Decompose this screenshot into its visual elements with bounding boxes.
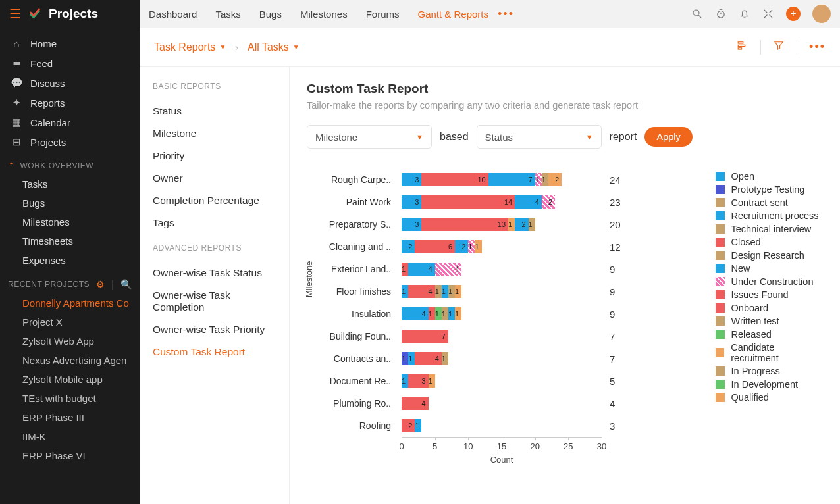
filter-icon[interactable] [773,39,785,55]
bar-segment[interactable]: 1 [448,307,455,320]
report-type-owner-wise-task-status[interactable]: Owner-wise Task Status [153,262,276,284]
bar[interactable]: 31442 [402,195,602,209]
report-type-milestone[interactable]: Milestone [153,122,276,145]
bar-segment[interactable]: 2 [402,419,415,432]
bar-segment[interactable]: 2 [542,195,555,209]
report-type-owner[interactable]: Owner [153,167,276,189]
sidebar-item-projects[interactable]: ⊟Projects [0,132,140,152]
sidebar-item-reports[interactable]: ✦Reports [0,93,140,113]
user-avatar[interactable] [812,5,831,23]
legend-item[interactable]: Released [716,328,823,341]
more-icon[interactable]: ••• [809,40,826,54]
bar-segment[interactable]: 1 [448,285,455,298]
legend-item[interactable]: Onboard [716,301,823,315]
criteria-2-select[interactable]: Status ▼ [477,125,602,149]
search-recent-icon[interactable]: 🔍 [120,279,132,290]
bar[interactable]: 313121 [402,218,602,231]
bar-segment[interactable]: 7 [402,330,448,343]
report-type-status[interactable]: Status [153,100,276,122]
top-tab-dashboard[interactable]: Dashboard [149,9,197,20]
top-tab-bugs[interactable]: Bugs [259,9,282,20]
bar-segment[interactable]: 1 [429,374,435,388]
bar-segment[interactable]: 3 [402,218,421,231]
recent-project-item[interactable]: Nexus Advertising Agen [0,351,140,370]
legend-item[interactable]: In Progress [716,365,823,378]
breadcrumb-task-reports[interactable]: Task Reports ▼ [154,41,226,53]
bar-segment[interactable]: 1 [402,263,408,276]
bar-segment[interactable]: 1 [442,285,448,298]
legend-item[interactable]: Recruitment process [716,209,823,222]
bar-segment[interactable]: 1 [468,240,475,253]
bar-segment[interactable]: 1 [529,218,535,231]
bar-chart-icon[interactable] [737,39,748,55]
bar-segment[interactable]: 4 [408,285,435,298]
hamburger-icon[interactable]: ☰ [9,6,21,22]
recent-project-item[interactable]: TEst with budget [0,389,140,408]
bar-segment[interactable]: 4 [402,307,429,320]
bar-segment[interactable]: 1 [402,285,408,298]
legend-item[interactable]: Contract sent [716,196,823,209]
bar-segment[interactable]: 1 [429,307,435,320]
breadcrumb-all-tasks[interactable]: All Tasks ▼ [248,41,300,53]
sidebar-item-tasks[interactable]: Tasks [0,174,140,193]
legend-item[interactable]: Written test [716,315,823,328]
bar-segment[interactable]: 1 [408,352,415,365]
bar[interactable]: 411111 [402,307,602,320]
legend-item[interactable]: Closed [716,236,823,249]
timer-icon[interactable] [715,8,727,20]
bar-segment[interactable]: 1 [435,307,442,320]
sidebar-item-expenses[interactable]: Expenses [0,251,140,270]
top-nav-more[interactable]: ••• [498,7,514,21]
bar-segment[interactable]: 1 [442,352,448,365]
bar-segment[interactable]: 1 [402,374,408,388]
recent-project-item[interactable]: Zylsoft Web App [0,332,140,351]
top-tab-gantt-reports[interactable]: Gantt & Reports [417,9,488,20]
bar-segment[interactable]: 1 [402,352,408,365]
sidebar-item-timesheets[interactable]: Timesheets [0,232,140,251]
bar-segment[interactable]: 1 [508,218,515,231]
bar[interactable]: 3107112 [402,173,602,186]
legend-item[interactable]: Prototype Testing [716,183,823,196]
recent-project-item[interactable]: Donnelly Apartments Co [0,293,140,313]
bar[interactable]: 141111 [402,285,602,298]
bar-segment[interactable]: 13 [421,218,508,231]
bar-segment[interactable]: 1 [535,173,542,186]
sidebar-item-bugs[interactable]: Bugs [0,193,140,213]
criteria-1-select[interactable]: Milestone ▼ [307,125,432,149]
legend-item[interactable]: Candidate recruitment [716,341,823,365]
bar-segment[interactable]: 1 [542,173,548,186]
bar-segment[interactable]: 2 [515,218,528,231]
bar-segment[interactable]: 14 [421,195,515,209]
bar-segment[interactable]: 6 [415,240,455,253]
recent-project-item[interactable]: IIM-K [0,427,140,446]
legend-item[interactable]: Qualified [716,391,823,404]
sidebar-item-discuss[interactable]: 💬Discuss [0,73,140,93]
tools-icon[interactable] [762,8,774,20]
legend-item[interactable]: Open [716,170,823,183]
recent-project-item[interactable]: Project X [0,313,140,332]
bar-segment[interactable]: 1 [415,419,421,432]
report-type-owner-wise-task-priority[interactable]: Owner-wise Task Priority [153,318,276,341]
bar-segment[interactable]: 2 [402,240,415,253]
bar-segment[interactable]: 3 [402,173,421,186]
search-icon[interactable] [691,8,703,20]
bar-segment[interactable]: 4 [515,195,542,209]
report-type-completion-percentage[interactable]: Completion Percentage [153,189,276,212]
legend-item[interactable]: Issues Found [716,288,823,301]
legend-item[interactable]: Design Research [716,249,823,262]
bell-icon[interactable] [739,8,750,20]
bar-segment[interactable]: 2 [548,173,562,186]
recent-project-item[interactable]: Zylsoft Mobile app [0,370,140,389]
bar-segment[interactable]: 2 [455,240,468,253]
legend-item[interactable]: Under Construction [716,275,823,288]
bar[interactable]: 131 [402,374,602,388]
bar-segment[interactable]: 1 [442,307,448,320]
add-button[interactable]: + [786,7,801,21]
recent-project-item[interactable]: ERP Phase VI [0,446,140,465]
bar[interactable]: 7 [402,330,602,343]
report-type-owner-wise-task-completion[interactable]: Owner-wise Task Completion [153,284,276,318]
bar[interactable]: 144 [402,263,602,276]
sidebar-item-feed[interactable]: ≣Feed [0,53,140,73]
bar[interactable]: 1141 [402,352,602,365]
report-type-tags[interactable]: Tags [153,212,276,234]
